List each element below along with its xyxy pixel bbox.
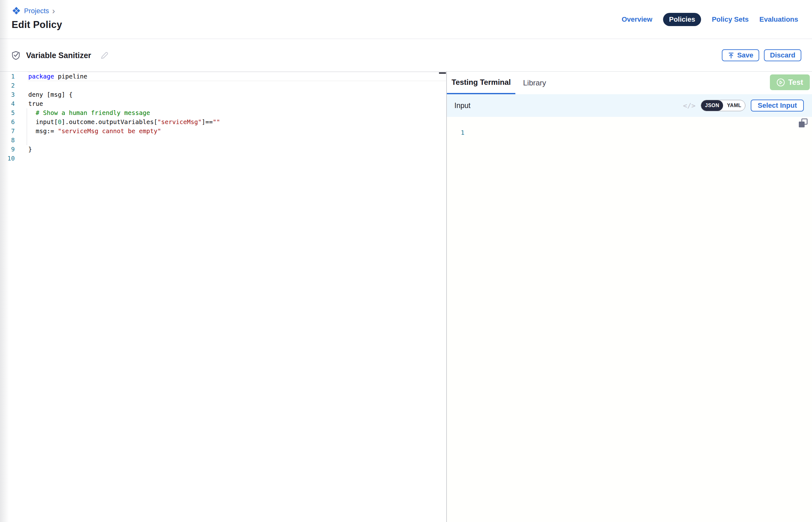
input-label: Input: [454, 101, 471, 110]
line-number: 5: [0, 108, 15, 118]
code-view-icon[interactable]: </>: [683, 102, 696, 109]
line-number: 10: [0, 154, 15, 163]
projects-icon: ❖: [12, 6, 21, 16]
line-number: 7: [0, 126, 15, 136]
select-input-button[interactable]: Select Input: [751, 100, 804, 112]
format-toggle[interactable]: JSON YAML: [701, 100, 746, 111]
save-button-label: Save: [737, 51, 753, 59]
tab-testing-terminal[interactable]: Testing Terminal: [447, 72, 515, 94]
format-toggle-json[interactable]: JSON: [701, 100, 723, 111]
breadcrumb[interactable]: ❖ Projects ›: [12, 6, 62, 16]
line-number: 3: [0, 90, 15, 99]
code-lines[interactable]: package pipelinedeny [msg] {true # Show …: [28, 72, 220, 163]
format-toggle-yaml[interactable]: YAML: [723, 100, 745, 111]
copy-icon[interactable]: [797, 118, 809, 129]
toolbar-actions: Save Discard: [722, 49, 801, 61]
line-number: 8: [0, 136, 15, 145]
code-line[interactable]: msg:= "serviceMsg cannot be empty": [28, 126, 220, 136]
policy-name: Variable Sanitizer: [26, 51, 91, 60]
code-line[interactable]: # Show a human friendly message: [28, 108, 220, 118]
play-circle-icon: [776, 78, 785, 87]
edit-name-pencil-icon[interactable]: [100, 51, 108, 60]
line-number: 6: [0, 118, 15, 126]
code-line[interactable]: deny [msg] {: [28, 90, 220, 99]
code-line[interactable]: [28, 154, 220, 163]
testing-panel: Testing Terminal Library Test Input </> …: [447, 72, 812, 522]
test-button[interactable]: Test: [770, 75, 810, 90]
code-line[interactable]: }: [28, 145, 220, 154]
minimap[interactable]: [439, 72, 446, 74]
code-line[interactable]: package pipeline: [28, 72, 220, 81]
code-line[interactable]: [28, 136, 220, 145]
discard-button-label: Discard: [770, 51, 795, 59]
test-button-label: Test: [788, 78, 803, 87]
line-number: 1: [0, 72, 15, 81]
policy-toolbar: Variable Sanitizer Save Discard: [0, 39, 812, 72]
discard-button[interactable]: Discard: [764, 49, 801, 61]
tab-library[interactable]: Library: [518, 72, 551, 94]
page-title: Edit Policy: [12, 19, 62, 31]
save-button[interactable]: Save: [722, 49, 759, 61]
upload-arrow-icon: [728, 52, 734, 59]
app-header: ❖ Projects › Edit Policy Overview Polici…: [0, 0, 812, 39]
line-number: 9: [0, 145, 15, 154]
input-editor-line-number: 1: [447, 128, 464, 137]
indent-guide: [27, 108, 27, 145]
tab-policy-sets[interactable]: Policy Sets: [712, 15, 749, 23]
tab-overview[interactable]: Overview: [621, 15, 652, 23]
input-controls: </> JSON YAML Select Input: [683, 100, 804, 112]
line-number: 2: [0, 81, 15, 90]
header-nav: Overview Policies Policy Sets Evaluation…: [621, 0, 798, 39]
tab-policies[interactable]: Policies: [663, 13, 701, 26]
input-section-header: Input </> JSON YAML Select Input: [447, 94, 812, 117]
code-line[interactable]: input[0].outcome.outputVariables["servic…: [28, 118, 220, 126]
input-editor[interactable]: 1: [447, 117, 812, 522]
header-left: ❖ Projects › Edit Policy: [0, 0, 62, 39]
chevron-right-icon: ›: [52, 7, 55, 15]
line-number: 4: [0, 99, 15, 108]
policy-identity: Variable Sanitizer: [0, 51, 108, 60]
tab-evaluations[interactable]: Evaluations: [759, 15, 798, 23]
line-numbers: 12345678910: [0, 72, 15, 163]
code-line[interactable]: [28, 81, 220, 90]
policy-code-editor[interactable]: 12345678910 package pipelinedeny [msg] {…: [0, 72, 446, 522]
testing-panel-tabs: Testing Terminal Library Test: [447, 72, 812, 94]
breadcrumb-projects-link[interactable]: Projects: [24, 7, 49, 15]
code-line[interactable]: true: [28, 99, 220, 108]
shield-check-icon: [12, 51, 20, 60]
